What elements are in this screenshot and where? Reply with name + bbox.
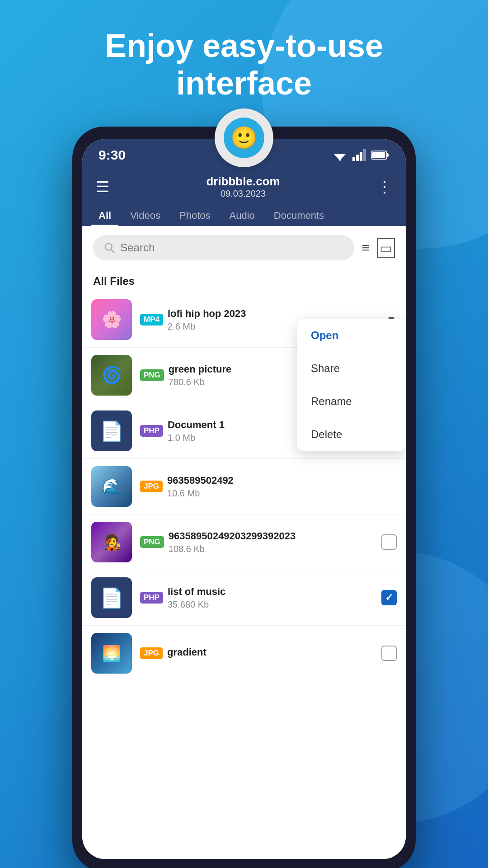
battery-icon [371,150,389,160]
svg-rect-4 [356,155,359,161]
tab-videos[interactable]: Videos [123,203,168,226]
context-menu-delete[interactable]: Delete [297,418,406,451]
signal-icon [352,149,367,161]
file-info-list: list of music 35.680 Kb [168,586,376,610]
checkbox-person[interactable] [381,534,397,550]
search-input-wrap[interactable] [93,235,354,260]
svg-rect-9 [372,152,385,158]
tab-photos[interactable]: Photos [172,203,218,226]
context-menu-share[interactable]: Share [297,352,406,385]
search-input[interactable] [120,241,343,254]
phone-wrapper: 🙂 9:30 [72,127,416,868]
file-info-person: 96358950249203299392023 108.6 Kb [169,530,376,554]
file-checkbox-gradient[interactable] [376,646,397,661]
grid-icon[interactable]: ▭ [377,238,395,258]
tab-documents[interactable]: Documents [267,203,331,226]
tab-all[interactable]: All [91,203,118,226]
file-item-lofi[interactable]: 🌸 MP4 lofi hip hop 2023 2.6 Mb ▼ Open [82,292,406,348]
header-title: dribbble.com 09.03.2023 [206,175,280,199]
context-menu-rename[interactable]: Rename [297,385,406,418]
tabs: All Videos Photos Audio Documents [82,203,406,226]
file-item-gradient[interactable]: 🌅 JPG gradient [82,626,406,681]
context-menu-open[interactable]: Open [297,319,406,352]
svg-rect-6 [363,149,366,161]
filter-icon[interactable]: ≡ [361,240,370,255]
search-area: ≡ ▭ [82,226,406,267]
file-thumb-person: 🧑‍🎤 [91,522,132,562]
file-size-person: 108.6 Kb [169,544,376,554]
wifi-icon [332,149,348,161]
file-tag-mp4: MP4 [140,314,163,326]
checkbox-gradient[interactable] [381,646,397,661]
header-domain: dribbble.com [206,175,280,189]
header-date: 09.03.2023 [206,189,280,199]
app-header: ☰ dribbble.com 09.03.2023 ⋮ [82,167,406,203]
content-area: ≡ ▭ All Files 🌸 MP4 lofi hip hop 2023 [82,226,406,859]
doc-icon: 📄 [100,420,123,442]
tab-audio[interactable]: Audio [222,203,262,226]
file-name-water: 963589502492 [167,475,397,486]
file-thumb-gradient: 🌅 [91,633,132,674]
phone-notch: 🙂 [215,108,273,167]
file-tag-php-doc: PHP [140,425,163,437]
file-size-list: 35.680 Kb [168,599,376,610]
file-thumb-lofi: 🌸 [91,299,132,340]
hero-line2: interface [176,65,312,101]
file-checkbox-list[interactable] [376,590,397,605]
file-list: 🌸 MP4 lofi hip hop 2023 2.6 Mb ▼ Open [82,292,406,681]
file-tag-png-green: PNG [140,369,164,381]
svg-rect-3 [352,157,355,161]
file-thumb-list: 📄 [91,577,132,618]
search-icon [104,242,115,254]
hero-line1: Enjoy easy-to-use [105,28,383,64]
hero-text: Enjoy easy-to-use interface [0,27,488,102]
svg-rect-8 [387,153,389,157]
file-info-gradient: gradient [167,646,376,660]
doc-icon-list: 📄 [100,587,123,609]
file-checkbox-person[interactable] [376,534,397,550]
checkbox-list[interactable] [381,590,397,605]
file-item-list-music[interactable]: 📄 PHP list of music 35.680 Kb [82,570,406,626]
file-name-lofi: lofi hip hop 2023 [168,308,380,320]
svg-line-11 [111,250,114,253]
file-item-jpg-water[interactable]: 🌊 JPG 963589502492 10.6 Mb [82,459,406,514]
file-info-water: 963589502492 10.6 Mb [167,475,397,499]
file-thumb-water: 🌊 [91,466,132,507]
status-icons [332,149,389,161]
file-thumb-doc1: 📄 [91,410,132,451]
context-menu: Open Share Rename Delete [297,319,406,451]
file-tag-png-person: PNG [140,536,164,548]
svg-rect-5 [360,152,362,161]
smiley-icon: 🙂 [224,118,264,158]
file-thumb-green: 🌀 [91,355,132,396]
file-tag-php-list: PHP [140,592,163,604]
file-name-person: 96358950249203299392023 [169,530,376,542]
svg-point-2 [339,159,341,161]
file-name-list: list of music [168,586,376,598]
file-item-png-person[interactable]: 🧑‍🎤 PNG 96358950249203299392023 108.6 Kb [82,514,406,570]
file-tag-jpg-gradient: JPG [140,647,163,659]
section-title: All Files [82,267,406,292]
phone-screen: 9:30 [82,139,406,859]
phone-frame: 9:30 [72,127,416,868]
file-size-water: 10.6 Mb [167,488,397,499]
file-tag-jpg-water: JPG [140,481,163,492]
file-name-gradient: gradient [167,646,376,658]
status-time: 9:30 [99,147,126,163]
hamburger-icon[interactable]: ☰ [96,178,109,196]
more-icon[interactable]: ⋮ [377,178,392,196]
